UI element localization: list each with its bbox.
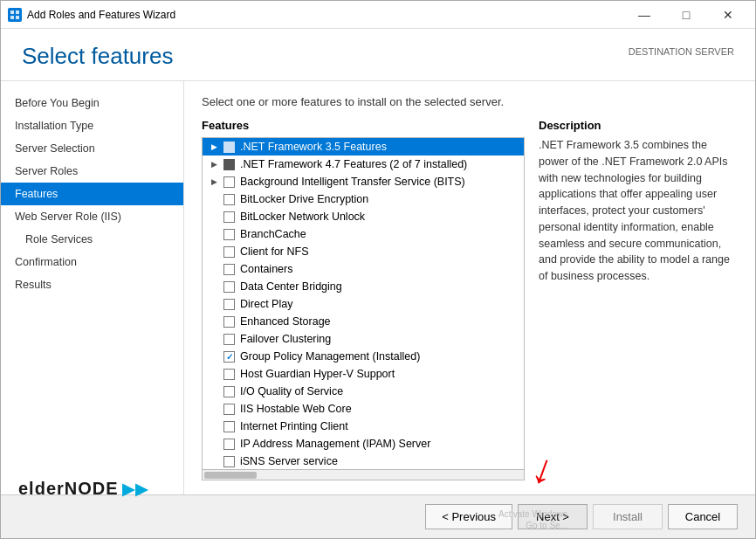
feature-checkbox[interactable] [223,159,235,170]
feature-label: Failover Clustering [240,333,331,345]
feature-checkbox[interactable] [223,176,235,188]
feature-item[interactable]: Data Center Bridging [203,278,524,295]
cancel-button[interactable]: Cancel [668,504,738,529]
feature-checkbox[interactable] [223,404,235,415]
minimize-button[interactable]: — [624,1,664,29]
expand-btn[interactable]: ▶ [208,176,220,188]
feature-checkbox[interactable] [223,264,235,275]
feature-checkbox[interactable] [223,281,235,293]
eldernode-logo: elderNODE ▶▶ [18,479,148,499]
description-text: .NET Framework 3.5 combines the power of… [539,137,738,285]
nav-item-role-services[interactable]: Role Services [1,228,183,251]
feature-checkbox[interactable] [223,386,235,397]
feature-label: Data Center Bridging [240,280,342,293]
feature-label: Group Policy Management (Installed) [240,350,420,363]
features-list[interactable]: ▶.NET Framework 3.5 Features▶.NET Framew… [202,137,525,470]
feature-item[interactable]: ✓Group Policy Management (Installed) [203,348,524,365]
feature-checkbox[interactable] [223,334,235,345]
feature-checkbox[interactable] [223,194,235,205]
feature-item[interactable]: I/O Quality of Service [203,383,524,400]
feature-item[interactable]: Failover Clustering [203,330,524,348]
expand-btn[interactable] [208,403,220,415]
expand-btn[interactable]: ▶ [208,158,220,170]
logo-elder: elder [18,479,65,499]
feature-item[interactable]: BitLocker Drive Encryption [203,190,524,208]
nav-item-server-selection[interactable]: Server Selection [1,137,183,160]
feature-item[interactable]: BranchCache [203,225,524,243]
feature-checkbox[interactable] [223,246,235,258]
feature-item[interactable]: ▶Background Intelligent Transfer Service… [203,173,524,190]
expand-btn[interactable] [208,420,220,432]
expand-btn[interactable] [208,438,220,450]
feature-label: Direct Play [240,298,292,310]
expand-btn[interactable] [208,211,220,223]
feature-item[interactable]: IIS Hostable Web Core [203,400,524,418]
feature-item[interactable]: ▶.NET Framework 4.7 Features (2 of 7 ins… [203,155,524,173]
feature-label: .NET Framework 4.7 Features (2 of 7 inst… [240,158,467,170]
feature-item[interactable]: IP Address Management (IPAM) Server [203,435,524,453]
content-columns: Features ▶.NET Framework 3.5 Features▶.N… [202,119,738,480]
feature-checkbox[interactable] [223,229,235,240]
feature-item[interactable]: Containers [203,260,524,278]
feature-checkbox[interactable]: ✓ [223,351,235,363]
expand-btn[interactable] [208,245,220,258]
feature-checkbox[interactable] [223,316,235,328]
feature-checkbox[interactable] [223,369,235,380]
svg-rect-0 [10,10,14,14]
feature-item[interactable]: BitLocker Network Unlock [203,208,524,225]
feature-label: Client for NFS [240,245,309,258]
expand-btn[interactable] [208,263,220,275]
expand-btn[interactable] [208,385,220,397]
wizard-header: Select features DESTINATION SERVER [1,29,755,81]
feature-label: BitLocker Network Unlock [240,211,365,223]
feature-checkbox[interactable] [223,439,235,450]
install-button[interactable]: Install [593,504,663,529]
features-panel: Features ▶.NET Framework 3.5 Features▶.N… [202,119,525,480]
expand-btn[interactable] [208,298,220,310]
feature-item[interactable]: Internet Printing Client [203,418,524,435]
nav-item-server-roles[interactable]: Server Roles [1,160,183,183]
feature-label: I/O Quality of Service [240,385,343,397]
expand-btn[interactable] [208,193,220,205]
feature-checkbox[interactable] [223,421,235,432]
nav-item-before-you-begin[interactable]: Before You Begin [1,92,183,114]
expand-btn[interactable] [208,368,220,380]
logo-node: NODE [65,479,119,499]
close-button[interactable]: ✕ [708,1,748,29]
horizontal-scrollbar[interactable] [202,470,525,480]
app-icon [8,8,22,22]
feature-checkbox[interactable] [223,456,235,467]
feature-item[interactable]: iSNS Server service [203,453,524,470]
wizard-footer: elderNODE ▶▶ Activate WindowsGo to Se...… [1,494,755,538]
expand-btn[interactable] [208,315,220,328]
description-title: Description [539,119,738,132]
restore-button[interactable]: □ [666,1,706,29]
nav-item-confirmation[interactable]: Confirmation [1,251,183,273]
svg-rect-3 [16,16,19,19]
feature-label: Internet Printing Client [240,420,348,432]
nav-item-results[interactable]: Results [1,273,183,296]
expand-btn[interactable] [208,455,220,467]
feature-label: BranchCache [240,228,306,240]
expand-btn[interactable] [208,350,220,363]
nav-item-installation-type[interactable]: Installation Type [1,114,183,137]
expand-btn[interactable] [208,280,220,293]
feature-label: IP Address Management (IPAM) Server [240,438,430,450]
feature-checkbox[interactable] [223,142,235,153]
expand-btn[interactable] [208,333,220,345]
feature-item[interactable]: Direct Play [203,295,524,313]
feature-checkbox[interactable] [223,299,235,310]
feature-item[interactable]: ▶.NET Framework 3.5 Features [203,138,524,155]
feature-label: Enhanced Storage [240,315,331,328]
nav-item-web-server-role-iis[interactable]: Web Server Role (IIS) [1,205,183,228]
feature-item[interactable]: Enhanced Storage [203,313,524,330]
feature-label: .NET Framework 3.5 Features [240,141,387,153]
feature-item[interactable]: Host Guardian Hyper-V Support [203,365,524,383]
nav-item-features[interactable]: Features [1,183,183,205]
feature-checkbox[interactable] [223,211,235,223]
expand-btn[interactable] [208,228,220,240]
svg-rect-2 [10,16,14,19]
feature-item[interactable]: Client for NFS [203,243,524,260]
hscroll-thumb [204,472,257,479]
expand-btn[interactable]: ▶ [208,141,220,153]
